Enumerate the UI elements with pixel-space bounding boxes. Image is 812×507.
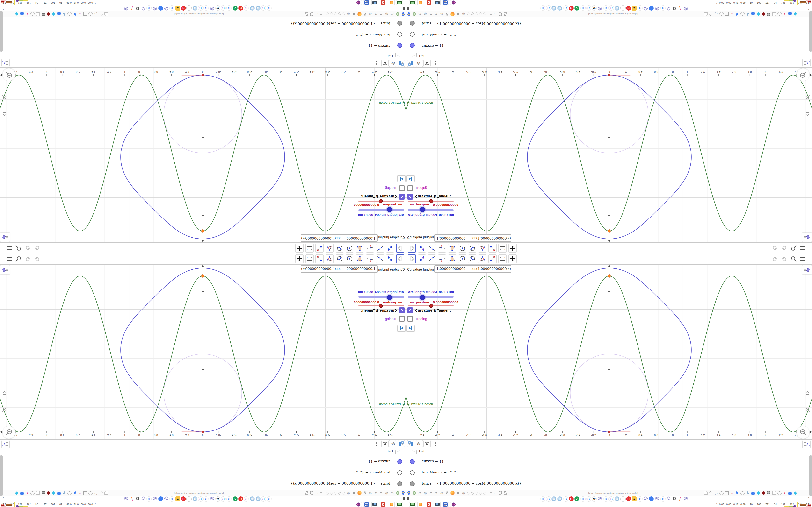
globe-icon[interactable]: ⊕ (417, 11, 422, 16)
mountain-favicon[interactable]: ▲ (632, 6, 637, 11)
google-favicon[interactable]: G (609, 5, 614, 11)
globe-icon[interactable]: ⊕ (368, 491, 373, 496)
flower-favicon[interactable] (141, 496, 146, 501)
grid-icon[interactable] (41, 11, 45, 16)
url-text[interactable]: https://www.geogebra.org/classic/aagcxh3… (145, 492, 251, 495)
terminal-green-icon[interactable] (396, 502, 403, 507)
search-button[interactable] (14, 244, 22, 251)
menu-button[interactable] (800, 256, 807, 263)
sphere-favicon[interactable]: ⊕ (193, 496, 197, 501)
google-favicon[interactable]: G (198, 496, 203, 502)
info-favicon[interactable]: i (186, 5, 192, 11)
graphics-view[interactable]: -2.4-2.2-2-1.8-1.6-1.4-1.2-1-0.8-0.6-0.4… (0, 265, 406, 440)
google-favicon[interactable]: G (580, 496, 586, 502)
firefoxf-favicon[interactable]: f (678, 496, 682, 501)
google-favicon[interactable]: G (261, 5, 266, 11)
curvature-function-input[interactable]: 1.000000000000 + cos(4.000000000000 x) (434, 234, 511, 242)
stats-chevron-icon[interactable]: ⌃ (94, 1, 96, 4)
url-text[interactable]: https://www.geogebra.org/classic/aagcxh3… (145, 12, 251, 15)
circle-center-point-tool[interactable] (458, 255, 466, 264)
folder-icon[interactable] (488, 11, 492, 16)
pin-icon[interactable] (406, 11, 411, 16)
bluedot-favicon[interactable] (649, 496, 654, 501)
curvature-tangent-checkbox[interactable]: ✓ (407, 194, 413, 200)
stats-chevron-icon[interactable]: ⌃ (716, 503, 718, 506)
plus-icon[interactable]: + (788, 11, 793, 16)
line-tool[interactable] (428, 243, 436, 252)
arc-position-slider-knob[interactable] (379, 199, 383, 203)
arc-left-icon[interactable]: ↶ (428, 11, 433, 16)
globe-icon[interactable]: ⊕ (461, 11, 466, 16)
slider-tool[interactable]: a = 2 (498, 255, 507, 264)
kebab-menu-button[interactable] (374, 441, 379, 447)
folder-icon[interactable] (488, 491, 492, 496)
display-icon[interactable] (371, 502, 378, 507)
redo-button[interactable] (24, 256, 31, 263)
globe-icon[interactable]: ⊕ (390, 491, 395, 496)
globe-icon[interactable]: ⊕ (423, 491, 428, 496)
line-through-points-tool[interactable] (315, 243, 323, 252)
firefox-icon[interactable] (417, 0, 424, 5)
info-favicon[interactable]: i (620, 5, 626, 11)
arc-length-slider[interactable] (408, 209, 454, 211)
page-icon[interactable] (36, 491, 40, 496)
zoom-in-button[interactable] (1, 93, 7, 100)
google-favicon[interactable]: G (540, 496, 546, 502)
arc-right-icon[interactable]: ↷ (434, 491, 439, 496)
flower-favicon[interactable] (597, 496, 602, 501)
slider-tool[interactable]: a = 2 (305, 255, 314, 264)
gear-favicon[interactable] (135, 496, 140, 501)
algebra-tree-button[interactable] (407, 60, 414, 67)
yandex-favicon[interactable]: Я (569, 496, 574, 501)
lock-icon[interactable] (305, 11, 309, 16)
page-scrollbar-thumb[interactable] (809, 455, 812, 496)
google-favicon[interactable]: G (266, 496, 272, 502)
blue-marble-toggle[interactable] (410, 43, 415, 48)
zoom-out-button[interactable] (2, 68, 15, 81)
yandex-favicon[interactable]: Я (181, 6, 186, 11)
perpendicular-line-tool[interactable] (438, 243, 446, 252)
firefox-icon[interactable] (357, 491, 362, 496)
tab-circle-icon[interactable] (471, 492, 474, 495)
curvature-tangent-checkbox[interactable]: ✓ (399, 307, 405, 313)
flower-favicon[interactable] (164, 6, 169, 11)
arc-position-slider-knob[interactable] (379, 304, 383, 308)
redo-button[interactable] (781, 256, 788, 263)
algebra-settings-button[interactable] (423, 60, 430, 67)
chevron-down-icon[interactable]: ▼ (304, 236, 307, 240)
page-icon[interactable] (36, 11, 40, 16)
zoom-out-button[interactable] (2, 426, 15, 439)
bluedot-favicon[interactable] (158, 6, 163, 11)
shield-icon[interactable] (498, 11, 503, 16)
arc-length-slider-knob[interactable] (387, 207, 392, 212)
play-pause-button[interactable] (397, 175, 406, 182)
flower-favicon[interactable] (152, 496, 157, 501)
page-scrollbar-thumb[interactable] (0, 11, 3, 52)
wrench-icon[interactable] (445, 491, 450, 496)
google-favicon[interactable]: G (580, 5, 586, 11)
shield-icon[interactable] (309, 11, 314, 16)
expand-chevron-icon[interactable]: ⌃ (807, 497, 810, 501)
algebra-settings-button[interactable] (423, 440, 430, 447)
gear-icon[interactable] (456, 491, 460, 496)
url-text[interactable]: https://www.geogebra.org/classic/aagcxh3… (561, 12, 667, 15)
google-favicon[interactable]: G (169, 5, 174, 11)
kebab-menu-button[interactable] (374, 60, 379, 66)
tab-circle-icon[interactable] (343, 492, 345, 495)
pin-icon[interactable] (401, 491, 406, 496)
google-favicon[interactable]: G (169, 496, 174, 502)
tab-circle-icon[interactable] (475, 12, 478, 15)
pointer-icon[interactable] (72, 491, 77, 496)
tab-circle-icon[interactable] (467, 492, 469, 495)
circle-two-points-tool[interactable] (336, 255, 344, 264)
move-graphics-view-tool[interactable] (295, 243, 304, 252)
google-favicon[interactable]: G (546, 496, 551, 502)
snow-icon[interactable] (745, 491, 750, 496)
tab-circle-icon[interactable] (330, 12, 333, 15)
tab-circle-icon[interactable] (326, 492, 329, 495)
curvature-tangent-checkbox[interactable]: ✓ (399, 194, 405, 200)
globe-icon[interactable]: ⊕ (423, 11, 428, 16)
google-favicon[interactable]: G (603, 496, 609, 502)
globe-icon[interactable]: ⊕ (439, 11, 444, 16)
home-icon[interactable] (99, 491, 103, 496)
